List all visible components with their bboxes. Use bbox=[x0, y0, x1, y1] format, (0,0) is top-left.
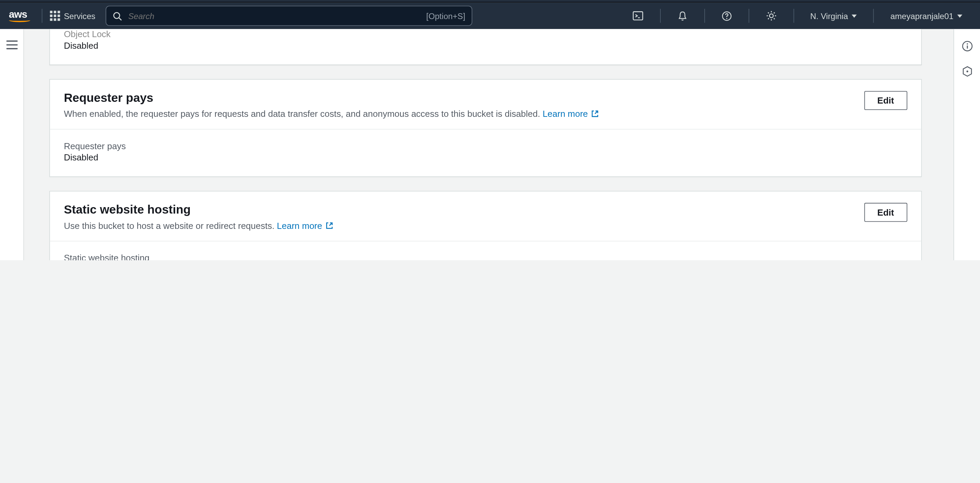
requester-pays-field-value: Disabled bbox=[64, 152, 907, 162]
external-link-icon bbox=[590, 109, 600, 118]
notifications-button[interactable] bbox=[668, 2, 696, 29]
tutorials-toggle[interactable] bbox=[961, 66, 972, 77]
separator bbox=[704, 9, 705, 23]
grid-icon bbox=[50, 11, 60, 21]
static-hosting-status-label: Static website hosting bbox=[64, 253, 907, 260]
object-lock-label: Object Lock bbox=[64, 29, 907, 39]
aws-smile-icon bbox=[9, 18, 30, 22]
requester-pays-desc-text: When enabled, the requester pays for req… bbox=[64, 109, 542, 119]
account-menu[interactable]: ameyapranjale01 bbox=[881, 2, 971, 29]
object-lock-panel: Object Lock Disabled bbox=[49, 29, 922, 65]
region-selector[interactable]: N. Virginia bbox=[802, 2, 866, 29]
services-menu[interactable]: Services bbox=[50, 11, 95, 21]
top-strip bbox=[0, 0, 980, 2]
requester-pays-panel: Requester pays When enabled, the request… bbox=[49, 79, 922, 177]
static-hosting-learn-more-link[interactable]: Learn more bbox=[277, 221, 334, 231]
static-hosting-desc: Use this bucket to host a website or red… bbox=[64, 221, 333, 231]
requester-pays-learn-more-link[interactable]: Learn more bbox=[542, 109, 599, 119]
separator bbox=[748, 9, 749, 23]
svg-point-6 bbox=[769, 14, 773, 18]
help-button[interactable] bbox=[712, 2, 740, 29]
left-nav-rail bbox=[0, 29, 24, 260]
separator bbox=[873, 9, 874, 23]
external-link-icon bbox=[325, 221, 334, 230]
svg-point-11 bbox=[966, 70, 968, 72]
region-label: N. Virginia bbox=[810, 11, 848, 21]
search-input[interactable] bbox=[128, 11, 420, 21]
global-header: aws Services [Option+S] bbox=[0, 2, 980, 29]
object-lock-value: Disabled bbox=[64, 41, 907, 51]
static-hosting-title: Static website hosting bbox=[64, 203, 333, 217]
main-content[interactable]: Object Lock Disabled Requester pays When… bbox=[24, 29, 954, 260]
requester-pays-desc: When enabled, the requester pays for req… bbox=[64, 109, 599, 119]
services-label: Services bbox=[64, 11, 95, 21]
cloudshell-icon bbox=[632, 10, 643, 21]
requester-pays-field-label: Requester pays bbox=[64, 141, 907, 151]
cloudshell-header-button[interactable] bbox=[623, 2, 652, 29]
menu-toggle[interactable] bbox=[6, 41, 18, 49]
gear-icon bbox=[765, 10, 776, 21]
requester-pays-edit-button[interactable]: Edit bbox=[864, 91, 907, 110]
svg-point-5 bbox=[726, 18, 727, 19]
svg-point-8 bbox=[966, 43, 968, 44]
account-label: ameyapranjale01 bbox=[890, 11, 953, 21]
help-icon bbox=[721, 11, 732, 21]
static-hosting-edit-button[interactable]: Edit bbox=[864, 203, 907, 222]
separator bbox=[660, 9, 660, 23]
chevron-down-icon bbox=[957, 14, 962, 17]
search-box[interactable]: [Option+S] bbox=[106, 6, 472, 26]
svg-point-0 bbox=[113, 12, 119, 18]
info-panel-toggle[interactable] bbox=[961, 41, 972, 52]
aws-logo[interactable]: aws bbox=[9, 10, 30, 22]
bell-icon bbox=[677, 11, 687, 21]
separator bbox=[793, 9, 794, 23]
settings-button[interactable] bbox=[756, 2, 786, 29]
search-icon bbox=[113, 11, 122, 21]
requester-pays-title: Requester pays bbox=[64, 91, 599, 105]
static-hosting-desc-text: Use this bucket to host a website or red… bbox=[64, 221, 277, 231]
chevron-down-icon bbox=[852, 14, 857, 17]
right-help-rail bbox=[953, 29, 980, 260]
static-hosting-panel: Static website hosting Use this bucket t… bbox=[49, 191, 922, 260]
search-hint: [Option+S] bbox=[426, 11, 466, 21]
separator bbox=[41, 9, 42, 23]
svg-line-1 bbox=[119, 18, 121, 20]
